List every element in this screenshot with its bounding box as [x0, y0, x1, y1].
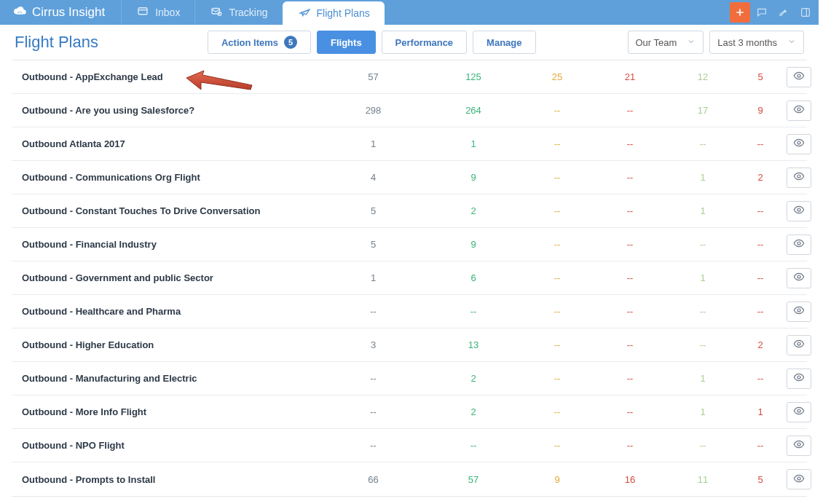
col-6: 5	[739, 71, 781, 82]
col-1: --	[320, 306, 426, 317]
brand-text: Cirrus Insight	[32, 5, 105, 20]
flight-name: Outbound - Manufacturing and Electric	[22, 373, 320, 384]
col-1: 1	[320, 272, 426, 283]
col-5: 1	[666, 205, 739, 216]
col-2: 1	[426, 138, 521, 149]
view-button[interactable]	[787, 369, 811, 389]
view-button[interactable]	[787, 201, 811, 221]
tab-manage[interactable]: Manage	[473, 31, 535, 54]
table-row[interactable]: Outbound - Are you using Salesforce? 298…	[12, 94, 807, 127]
chevron-down-icon	[787, 37, 796, 48]
eye-icon	[793, 70, 805, 84]
panel-icon[interactable]	[795, 2, 816, 23]
col-6: --	[739, 138, 781, 149]
wrench-icon[interactable]	[773, 2, 794, 23]
add-button[interactable]	[730, 2, 750, 23]
col-6: 1	[739, 406, 781, 417]
col-1: 1	[320, 138, 426, 149]
col-3: --	[521, 138, 594, 149]
tracking-icon	[210, 5, 223, 20]
table-row[interactable]: Outbound - AppExchange Lead 57 125 25 21…	[12, 60, 807, 94]
table-row[interactable]: Outbound - Manufacturing and Electric --…	[12, 362, 807, 395]
action-items-count-badge: 5	[284, 36, 297, 49]
cloud-mail-icon	[12, 3, 28, 23]
col-4: --	[594, 205, 666, 216]
team-select[interactable]: Our Team	[628, 31, 704, 54]
svg-rect-4	[802, 9, 810, 17]
col-5: 1	[666, 172, 739, 183]
col-5: --	[666, 339, 739, 350]
tab-performance[interactable]: Performance	[382, 31, 467, 54]
view-button[interactable]	[787, 302, 811, 322]
col-2: 2	[426, 373, 521, 384]
view-button[interactable]	[787, 168, 811, 188]
col-2: --	[426, 440, 521, 451]
flight-name: Outbound - Constant Touches To Drive Con…	[22, 205, 320, 216]
col-5: 1	[666, 406, 739, 417]
view-button[interactable]	[787, 101, 811, 121]
col-6: --	[739, 272, 781, 283]
table-row[interactable]: Outbound - Healthcare and Pharma -- -- -…	[12, 295, 807, 328]
view-button[interactable]	[787, 134, 811, 154]
flights-table: Outbound - AppExchange Lead 57 125 25 21…	[12, 60, 807, 497]
chat-icon[interactable]	[752, 2, 772, 23]
nav-tracking[interactable]: Tracking	[194, 0, 282, 25]
tab-flights[interactable]: Flights	[317, 31, 376, 54]
table-row[interactable]: Outbound Atlanta 2017 1 1 -- -- -- --	[12, 127, 807, 161]
col-4: --	[594, 239, 666, 250]
table-row[interactable]: Outbound - Government and public Sector …	[12, 261, 807, 295]
col-5: 1	[666, 373, 739, 384]
flight-name: Outbound - More Info Flight	[22, 406, 320, 417]
col-4: --	[594, 172, 666, 183]
col-1: --	[320, 373, 426, 384]
col-6: 2	[739, 172, 781, 183]
tab-action-items[interactable]: Action Items 5	[208, 31, 311, 54]
flight-name: Outbound - Healthcare and Pharma	[22, 306, 320, 317]
table-row[interactable]: Outbound - Prompts to Install 66 57 9 16…	[12, 462, 807, 496]
col-3: --	[521, 105, 594, 116]
flight-name: Outbound - Prompts to Install	[22, 474, 320, 485]
flight-name: Outbound - NPO Flight	[22, 440, 320, 451]
content: Outbound - AppExchange Lead 57 125 25 21…	[0, 60, 819, 497]
brand: Cirrus Insight	[4, 0, 112, 25]
svg-point-14	[797, 376, 800, 379]
col-6: --	[739, 440, 781, 451]
table-row[interactable]: Outbound - Constant Touches To Drive Con…	[12, 194, 807, 228]
view-button[interactable]	[787, 335, 811, 355]
flight-name: Outbound - Communications Org Flight	[22, 172, 320, 183]
nav-flight-plans[interactable]: Flight Plans	[283, 1, 385, 25]
period-select[interactable]: Last 3 months	[709, 31, 804, 54]
view-button[interactable]	[787, 402, 811, 422]
flight-name: Outbound - Higher Education	[22, 339, 320, 350]
view-button[interactable]	[787, 268, 811, 288]
col-3: --	[521, 205, 594, 216]
col-4: --	[594, 406, 666, 417]
view-button[interactable]	[787, 67, 811, 87]
col-5: --	[666, 306, 739, 317]
view-button[interactable]	[787, 436, 811, 456]
svg-point-12	[797, 309, 800, 312]
table-row[interactable]: Outbound - NPO Flight -- -- -- -- -- --	[12, 429, 807, 462]
chevron-down-icon	[687, 37, 696, 48]
eye-icon	[793, 304, 805, 318]
col-1: 5	[320, 239, 426, 250]
nav-inbox[interactable]: Inbox	[121, 0, 194, 25]
col-3: --	[521, 406, 594, 417]
table-row[interactable]: Outbound - Higher Education 3 13 -- -- -…	[12, 328, 807, 362]
col-2: 9	[426, 239, 521, 250]
svg-point-5	[797, 74, 800, 77]
eye-icon	[793, 371, 805, 385]
col-4: --	[594, 339, 666, 350]
col-4: 16	[594, 474, 666, 485]
eye-icon	[793, 170, 805, 184]
view-button[interactable]	[787, 235, 811, 255]
table-row[interactable]: Outbound - Financial Industry 5 9 -- -- …	[12, 228, 807, 261]
view-button[interactable]	[787, 469, 811, 489]
table-row[interactable]: Outbound - More Info Flight -- 2 -- -- 1…	[12, 395, 807, 429]
table-row[interactable]: Outbound - Communications Org Flight 4 9…	[12, 161, 807, 194]
col-2: 6	[426, 272, 521, 283]
nav-tracking-label: Tracking	[229, 7, 267, 18]
tab-performance-label: Performance	[395, 37, 453, 48]
col-3: --	[521, 172, 594, 183]
col-3: --	[521, 373, 594, 384]
